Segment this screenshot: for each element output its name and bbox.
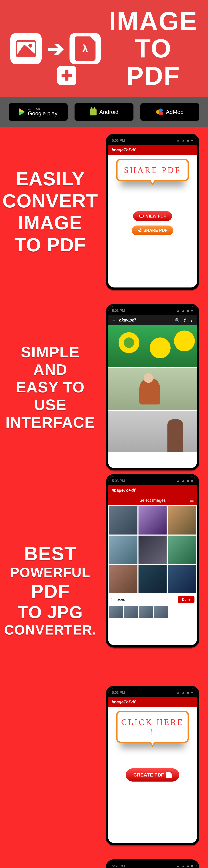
pdf-page-list[interactable]: [108, 325, 197, 453]
file-name: okay.pdf: [119, 318, 136, 322]
image-thumb[interactable]: [168, 506, 196, 534]
hero-line-1: IMAGE: [109, 8, 198, 35]
admob-badge[interactable]: AdMob: [140, 103, 199, 121]
app-title: ImageToPdf: [112, 148, 135, 152]
gp-small: GET IT ON: [28, 107, 58, 110]
feature-2: SIMPLE AND EASY TO USE INTERFACE 5:03 PM…: [0, 297, 208, 477]
upload-icon[interactable]: ⇪: [183, 318, 186, 322]
selected-thumb[interactable]: [109, 606, 123, 618]
share-callout: SHARE PDF: [116, 159, 189, 181]
pdf-page: [108, 325, 197, 367]
feature-3-text: BEST POWERFUL PDF TO JPG CONVERTER.: [0, 543, 101, 638]
image-thumb[interactable]: [109, 565, 137, 593]
view-pdf-button[interactable]: VIEW PDF: [133, 211, 172, 221]
menu-icon[interactable]: ☰: [190, 498, 194, 503]
selection-count: 4 Images: [111, 597, 125, 601]
eye-icon: [139, 215, 144, 218]
create-pdf-button[interactable]: CREATE PDF: [126, 768, 179, 781]
gp-text: Google play: [28, 110, 58, 117]
share-pdf-button[interactable]: SHARE PDF: [132, 225, 174, 235]
done-button[interactable]: Done: [178, 596, 195, 603]
phone-create: 5:03 PM ▲▲◆■ ImageToPdf CLICK HERE ! CRE…: [106, 686, 199, 845]
admob-text: AdMob: [166, 109, 183, 115]
hero: ➔ λ IMAGE TO PDF ✚: [0, 0, 208, 97]
google-play-icon: [19, 108, 25, 116]
plus-icon: ✚: [57, 66, 76, 85]
phone-dialog: 5:51 PM ▲▲◆■ ImageToPdf Give your own na…: [106, 859, 199, 868]
feature-4: x 5:03 PM ▲▲◆■ ImageToPdf CLICK HERE ! C…: [0, 679, 208, 852]
pdf-page: [108, 411, 197, 453]
selected-strip: [108, 605, 197, 619]
admob-icon: [156, 108, 163, 116]
hero-line-2: TO: [109, 35, 198, 62]
search-icon[interactable]: 🔍: [174, 318, 180, 322]
status-icons: ▲▲◆■: [176, 138, 193, 143]
click-callout: CLICK HERE !: [116, 711, 189, 743]
selected-thumb[interactable]: [139, 606, 153, 618]
app-bar: ImageToPdf: [108, 485, 197, 495]
image-thumb[interactable]: [109, 506, 137, 534]
app-title: ImageToPdf: [112, 700, 135, 705]
select-footer: 4 Images Done: [108, 594, 197, 605]
image-thumb[interactable]: [138, 565, 167, 593]
app-title: ImageToPdf: [112, 488, 135, 493]
share-icon: [138, 228, 141, 232]
image-thumb[interactable]: [168, 565, 196, 593]
android-icon: [90, 108, 97, 116]
photo-icon: [10, 33, 42, 64]
feature-5: ALSO CONVERT PDF TO IMAGE. 5:51 PM ▲▲◆■ …: [0, 852, 208, 868]
hero-line-3: PDF: [109, 62, 198, 90]
pdf-icon: λ: [70, 33, 101, 64]
feature-1-text: EASILY CONVERT IMAGE TO PDF: [0, 168, 101, 256]
more-icon[interactable]: ⋮: [189, 318, 194, 322]
app-bar: ImageToPdf: [108, 145, 197, 155]
phone-select: 5:03 PM ▲▲◆■ ImageToPdf Select Images ☰: [106, 474, 199, 648]
select-header: Select Images ☰: [108, 495, 197, 505]
image-thumb[interactable]: [109, 535, 137, 564]
back-icon[interactable]: ←: [112, 318, 116, 322]
document-icon: [166, 772, 172, 778]
store-badges-row: GET IT ON Google play Android AdMob: [0, 97, 208, 127]
android-text: Android: [99, 109, 118, 115]
google-play-badge[interactable]: GET IT ON Google play: [9, 103, 68, 121]
phone-viewer: 5:03 PM ▲▲◆■ ← okay.pdf 🔍 ⇪ ⋮: [106, 304, 199, 470]
selected-thumb[interactable]: [154, 606, 168, 618]
hero-title: IMAGE TO PDF: [109, 8, 198, 90]
android-badge[interactable]: Android: [74, 103, 134, 121]
feature-1: EASILY CONVERT IMAGE TO PDF 5:03 PM ▲▲◆■…: [0, 127, 208, 297]
feature-2-text: SIMPLE AND EASY TO USE INTERFACE: [0, 343, 101, 431]
viewer-app-bar: ← okay.pdf 🔍 ⇪ ⋮: [108, 315, 197, 325]
phone-share: 5:03 PM ▲▲◆■ ImageToPdf SHARE PDF VIEW P…: [106, 134, 199, 290]
pdf-page: [108, 368, 197, 410]
selected-thumb[interactable]: [124, 606, 138, 618]
image-thumb[interactable]: [168, 535, 196, 564]
image-grid: [108, 505, 197, 594]
image-thumb[interactable]: [138, 535, 167, 564]
app-bar: ImageToPdf: [108, 697, 197, 707]
image-thumb[interactable]: [138, 506, 167, 534]
promo-page: ➔ λ IMAGE TO PDF ✚ GET IT ON Google play…: [0, 0, 208, 868]
hero-icon-cluster: ➔ λ: [10, 33, 101, 64]
